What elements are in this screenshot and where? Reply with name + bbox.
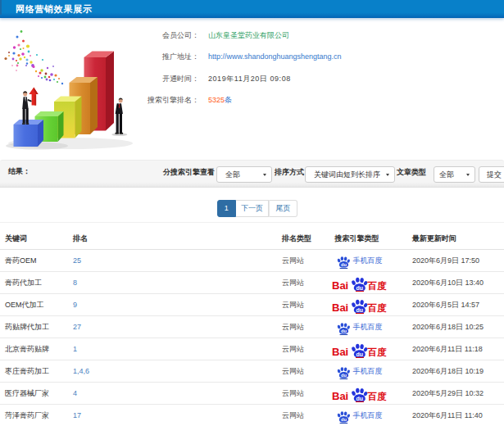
svg-text:du: du [356, 285, 364, 291]
svg-text:du: du [341, 262, 347, 267]
svg-text:du: du [341, 329, 347, 333]
svg-text:du: du [356, 396, 364, 401]
svg-text:du: du [356, 351, 364, 357]
svg-text:百度: 百度 [367, 391, 388, 401]
svg-text:百度: 百度 [367, 280, 388, 291]
svg-text:du: du [356, 307, 364, 313]
svg-text:Bai: Bai [332, 301, 348, 314]
svg-text:百度: 百度 [367, 302, 388, 313]
svg-text:du: du [341, 417, 347, 422]
svg-text:Bai: Bai [332, 390, 348, 402]
svg-text:du: du [341, 373, 347, 378]
svg-text:Bai: Bai [332, 279, 348, 292]
svg-text:Bai: Bai [332, 346, 348, 358]
svg-text:百度: 百度 [367, 347, 388, 357]
